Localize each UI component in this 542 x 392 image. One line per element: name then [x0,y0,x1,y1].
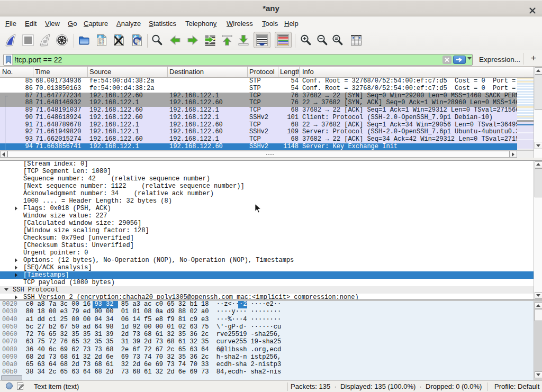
svg-text:0011: 0011 [98,42,104,45]
